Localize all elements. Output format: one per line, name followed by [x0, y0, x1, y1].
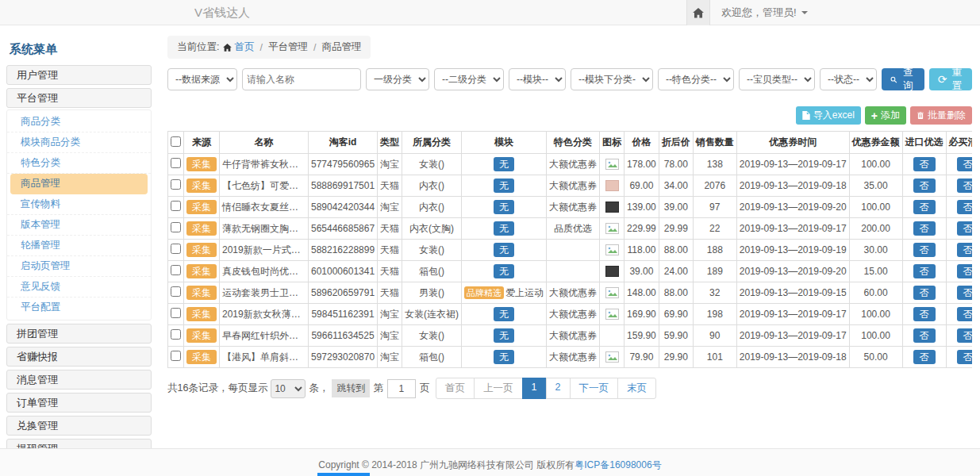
must-buy-toggle[interactable]: 否 [957, 200, 972, 214]
module-subcategory-select[interactable]: --模块下分类-- [571, 68, 653, 90]
import-excel-button[interactable]: 导入excel [796, 106, 861, 125]
source-cell: 采集 [184, 154, 220, 175]
source-badge: 采集 [186, 200, 217, 214]
import-select-toggle[interactable]: 否 [913, 328, 936, 343]
import-select-toggle[interactable]: 否 [913, 178, 936, 193]
taoke-id-cell: 589620659791 [309, 282, 378, 304]
sidebar-panel-订单管理[interactable]: 订单管理 [6, 393, 152, 413]
jump-page-input[interactable] [387, 379, 416, 398]
sidebar-item-意见反馈[interactable]: 意见反馈 [7, 277, 151, 298]
sidebar-item-商品管理[interactable]: 商品管理 [10, 174, 148, 194]
home-button[interactable] [686, 0, 710, 25]
sidebar-panel-platform[interactable]: 平台管理 [6, 88, 152, 108]
source-cell: 采集 [184, 347, 220, 368]
import-select-toggle[interactable]: 否 [913, 221, 936, 236]
product-name-cell: 薄款无钢圈文胸聚拢性... [220, 218, 309, 240]
taoke-id-cell: 597293020870 [309, 347, 378, 368]
select-all-checkbox[interactable] [171, 136, 181, 147]
data-source-select[interactable]: --数据来源-- [167, 68, 237, 90]
import-select-toggle[interactable]: 否 [913, 243, 936, 257]
sidebar-item-启动页管理[interactable]: 启动页管理 [7, 256, 151, 277]
level1-category-select[interactable]: 一级分类 [366, 68, 429, 90]
row-checkbox[interactable] [171, 201, 181, 211]
sidebar-item-商品分类[interactable]: 商品分类 [7, 112, 151, 132]
sidebar-item-宣传物料[interactable]: 宣传物料 [7, 194, 151, 215]
add-button[interactable]: + 添加 [865, 106, 906, 125]
page-button-2[interactable]: 2 [546, 378, 571, 399]
page-button-末页[interactable]: 末页 [617, 378, 656, 399]
sidebar-item-特色分类[interactable]: 特色分类 [7, 153, 151, 174]
page-button-上一页[interactable]: 上一页 [474, 378, 523, 399]
column-header-淘客id: 淘客id [309, 132, 378, 154]
row-checkbox[interactable] [171, 286, 181, 297]
coupon-time-cell: 2019-09-13—2019-09-15 [736, 282, 849, 304]
column-header-进口优选: 进口优选 [902, 132, 946, 154]
row-checkbox[interactable] [171, 329, 181, 340]
sales-cell: 97 [693, 197, 736, 218]
sidebar-panel-提现管理[interactable]: 提现管理 [6, 439, 152, 448]
batch-delete-button[interactable]: 批量删除 [910, 106, 972, 125]
must-buy-toggle[interactable]: 否 [957, 328, 972, 343]
price-cell: 178.00 [625, 154, 659, 175]
import-select-toggle[interactable]: 否 [913, 264, 936, 278]
footer: Copyright © 2014-2018 广州九驰网络科技有限公司 版权所有粤… [0, 448, 980, 476]
must-buy-cell: 否 [946, 325, 972, 347]
sidebar-panel-消息管理[interactable]: 消息管理 [6, 370, 152, 390]
page-button-下一页[interactable]: 下一页 [570, 378, 619, 399]
feature-category-select[interactable]: --特色分类-- [658, 68, 734, 90]
page-button-首页[interactable]: 首页 [436, 378, 475, 399]
sidebar-panel-兑换管理[interactable]: 兑换管理 [6, 416, 152, 436]
row-checkbox[interactable] [171, 308, 181, 318]
sidebar-panel-users[interactable]: 用户管理 [6, 65, 152, 85]
must-buy-toggle[interactable]: 否 [957, 178, 972, 193]
sidebar-panel-省赚快报[interactable]: 省赚快报 [6, 347, 152, 367]
reset-button[interactable]: ⟳ 重置 [929, 68, 972, 90]
sidebar-item-平台配置[interactable]: 平台配置 [7, 298, 151, 318]
user-menu[interactable]: 欢迎您，管理员! [721, 6, 808, 20]
table-row: 采集薄款无钢圈文胸聚拢性...565446685867天猫内衣(文胸)无品质优选… [168, 218, 973, 240]
must-buy-toggle[interactable]: 否 [957, 243, 972, 257]
table-row: 采集【七色纺】可爱纯棉家...588869917501天猫内衣()无大额优惠券6… [168, 175, 973, 197]
column-header-必买清单: 必买清单 [946, 132, 972, 154]
jump-page-suffix: 页 [420, 382, 430, 395]
welcome-text: 欢迎您，管理员! [721, 6, 797, 20]
must-buy-toggle[interactable]: 否 [957, 307, 972, 321]
level2-category-select[interactable]: --二级分类-- [434, 68, 504, 90]
must-buy-toggle[interactable]: 否 [957, 157, 972, 171]
row-checkbox[interactable] [171, 265, 181, 275]
coupon-amount-cell: 100.00 [849, 197, 902, 218]
item-type-select[interactable]: --宝贝类型-- [739, 68, 815, 90]
import-select-toggle[interactable]: 否 [913, 350, 936, 364]
sidebar-item-模块商品分类[interactable]: 模块商品分类 [7, 132, 151, 153]
breadcrumb-home-link[interactable]: 首页 [223, 40, 254, 54]
row-checkbox[interactable] [171, 222, 181, 232]
coupon-time-cell: 2019-09-13—2019-09-20 [736, 197, 849, 218]
module-select[interactable]: --模块-- [509, 68, 566, 90]
import-select-toggle[interactable]: 否 [913, 286, 936, 300]
feature-category-cell: 大额优惠券 [547, 347, 600, 368]
icon-cell [600, 197, 625, 218]
type-cell: 淘宝 [378, 154, 402, 175]
sidebar-item-版本管理[interactable]: 版本管理 [7, 215, 151, 236]
per-page-select[interactable]: 10 [271, 379, 306, 398]
status-select[interactable]: --状态-- [820, 68, 877, 90]
module-cell: 无 [462, 325, 547, 347]
must-buy-toggle[interactable]: 否 [957, 264, 972, 278]
must-buy-toggle[interactable]: 否 [957, 286, 972, 300]
import-select-toggle[interactable]: 否 [913, 307, 936, 321]
row-checkbox[interactable] [171, 179, 181, 190]
import-select-toggle[interactable]: 否 [913, 200, 936, 214]
icp-link[interactable]: 粤ICP备16098006号 [575, 459, 661, 470]
row-checkbox[interactable] [171, 158, 181, 168]
must-buy-toggle[interactable]: 否 [957, 221, 972, 236]
row-checkbox[interactable] [171, 351, 181, 361]
name-search-input[interactable] [242, 68, 361, 90]
import-select-toggle[interactable]: 否 [913, 157, 936, 171]
must-buy-toggle[interactable]: 否 [957, 350, 972, 364]
page-button-1[interactable]: 1 [522, 378, 547, 399]
sidebar-panel-拼团管理[interactable]: 拼团管理 [6, 324, 152, 344]
source-badge: 采集 [186, 350, 217, 364]
sidebar-item-轮播管理[interactable]: 轮播管理 [7, 236, 151, 256]
search-button[interactable]: 查询 [882, 68, 924, 90]
row-checkbox[interactable] [171, 244, 181, 254]
